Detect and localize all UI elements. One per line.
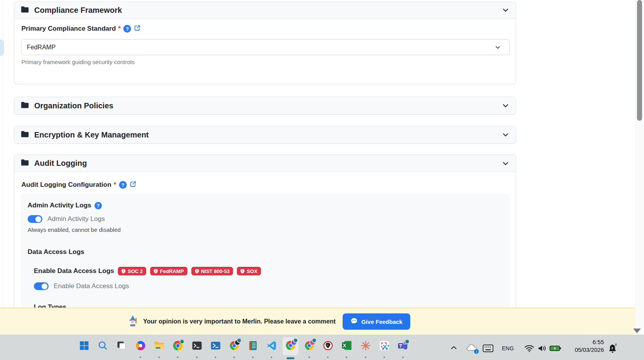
external-link-icon[interactable]: [134, 24, 141, 33]
field-label: Audit Logging Configuration: [21, 181, 111, 189]
badge-label: FedRAMP: [160, 268, 184, 274]
give-feedback-button[interactable]: Give Feedback: [343, 313, 410, 330]
section-title: Organization Policies: [34, 101, 113, 110]
tray-clock[interactable]: 6:55 05/03/2026: [568, 338, 604, 354]
audit-logging-config-panel: Admin Activity Logs ? Admin Activity Log…: [21, 194, 510, 308]
help-icon[interactable]: ?: [119, 181, 127, 189]
clock-time: 6:55: [568, 338, 604, 346]
tray-battery[interactable]: [549, 345, 562, 352]
external-link-icon[interactable]: [130, 181, 136, 189]
section-header-compliance-framework[interactable]: Compliance Framework: [14, 2, 516, 19]
taskbar-copilot[interactable]: [131, 335, 150, 360]
running-indicator: [365, 357, 366, 358]
enable-data-access-logs-label-row: Enable Data Access Logs SOC 2 FedRAMP NI…: [34, 267, 261, 275]
notification-dot: [405, 339, 410, 344]
taskbar-windows-start[interactable]: [75, 335, 93, 360]
tray-language[interactable]: ENG: [500, 344, 516, 352]
taskbar-teams[interactable]: [394, 335, 412, 360]
speaker-icon: [537, 344, 547, 352]
admin-toggle-help-text: Always enabled, cannot be disabled: [28, 226, 121, 233]
tray-wifi[interactable]: [524, 344, 535, 353]
taskbar-chrome-profile-2[interactable]: [225, 335, 243, 360]
svg-text:z: z: [611, 346, 613, 350]
running-indicator: [233, 357, 235, 358]
compliance-badge: SOC 2: [118, 267, 146, 275]
task-view-icon: [116, 340, 127, 351]
wizard-emoji-icon: [128, 315, 138, 328]
help-icon[interactable]: ?: [123, 25, 131, 33]
notification-dot: [180, 339, 185, 344]
help-icon[interactable]: ?: [94, 202, 102, 209]
section-header-organization-policies[interactable]: Organization Policies: [14, 97, 516, 114]
compliance-framework-card: Compliance Framework Primary Compliance …: [14, 2, 516, 84]
feedback-banner: Your opinion is very important to Merlin…: [0, 308, 635, 335]
select-value: FedRAMP: [27, 44, 56, 51]
battery-charging-icon: [550, 345, 561, 351]
side-panel-handle[interactable]: [0, 40, 4, 56]
taskbar-chrome-profile-3[interactable]: [300, 335, 318, 360]
file-explorer-icon: [154, 340, 164, 351]
taskbar-claude[interactable]: [356, 335, 375, 360]
taskbar-file-explorer[interactable]: [150, 335, 168, 360]
compliance-badge: NIST 800-53: [191, 267, 233, 275]
section-header-audit-logging[interactable]: Audit Logging: [14, 155, 516, 172]
active-window-indicator: [287, 357, 294, 359]
section-title: Encryption & Key Management: [34, 130, 149, 139]
chevron-up-icon: [451, 346, 457, 350]
info-badge: i: [474, 349, 479, 354]
tray-volume[interactable]: [537, 344, 547, 353]
running-indicator: [308, 357, 310, 358]
badge-label: SOX: [247, 268, 257, 274]
chrome-icon: [173, 340, 183, 351]
chrome-active-icon: [285, 340, 296, 351]
enable-data-access-logs-toggle-row: Enable Data Access Logs: [34, 282, 129, 290]
taskbar-notebook-app[interactable]: [243, 335, 262, 360]
tray-hidden-icons-chevron[interactable]: [450, 344, 458, 351]
required-asterisk: *: [118, 25, 121, 33]
notification-dot: [293, 338, 298, 343]
vertical-scrollbar[interactable]: [635, 0, 644, 335]
primary-compliance-standard-label-row: Primary Compliance Standard * ?: [21, 24, 141, 33]
taskbar-excel[interactable]: [337, 335, 356, 360]
badge-label: SOC 2: [128, 268, 143, 274]
page: Compliance Framework Primary Compliance …: [0, 0, 644, 360]
folder-icon: [21, 6, 29, 15]
running-indicator: [327, 357, 329, 358]
bell-dnd-icon: zz: [608, 343, 618, 353]
taskbar-task-view[interactable]: [112, 335, 131, 360]
taskbar-powershell[interactable]: [206, 335, 225, 360]
tray-notifications[interactable]: zz: [608, 342, 619, 354]
taskbar-search[interactable]: [93, 335, 112, 360]
taskbar-dog-app[interactable]: [318, 335, 337, 360]
chrome-profile-icon: [304, 340, 315, 351]
notification-dot: [237, 338, 242, 343]
scrollbar-down-arrow[interactable]: [633, 329, 641, 333]
chat-bubble-icon: [350, 317, 358, 326]
taskbar-vscode[interactable]: [262, 335, 281, 360]
section-header-encryption-key-management[interactable]: Encryption & Key Management: [14, 126, 516, 143]
windows-start-icon: [79, 340, 89, 351]
keyboard-icon: [483, 344, 494, 352]
heading-text: Data Access Logs: [28, 248, 84, 256]
clock-date: 05/03/2026: [568, 346, 604, 354]
taskbar-chrome[interactable]: [168, 335, 187, 360]
admin-activity-logs-heading: Admin Activity Logs ?: [28, 202, 102, 209]
button-label: Give Feedback: [361, 318, 402, 325]
compliance-standard-select[interactable]: FedRAMP: [21, 39, 510, 55]
field-label: Enable Data Access Logs: [34, 267, 114, 275]
search-icon: [98, 340, 108, 351]
running-indicator: [271, 357, 272, 358]
taskbar-chrome-active-window[interactable]: [281, 335, 300, 360]
chevron-down-icon: [502, 6, 509, 14]
taskbar-terminal[interactable]: [187, 335, 206, 360]
powershell-icon: [210, 340, 221, 351]
admin-activity-logs-toggle[interactable]: [28, 215, 42, 223]
enable-data-access-logs-toggle[interactable]: [34, 282, 49, 290]
scrollbar-thumb[interactable]: [637, 0, 642, 121]
taskbar-snipping-tool[interactable]: [375, 335, 394, 360]
running-indicator: [383, 357, 385, 358]
running-indicator: [196, 357, 198, 358]
audit-logging-card: Audit Logging Audit Logging Configuratio…: [14, 155, 516, 308]
tray-touch-keyboard[interactable]: [482, 344, 494, 353]
tray-onedrive[interactable]: i: [466, 343, 478, 353]
